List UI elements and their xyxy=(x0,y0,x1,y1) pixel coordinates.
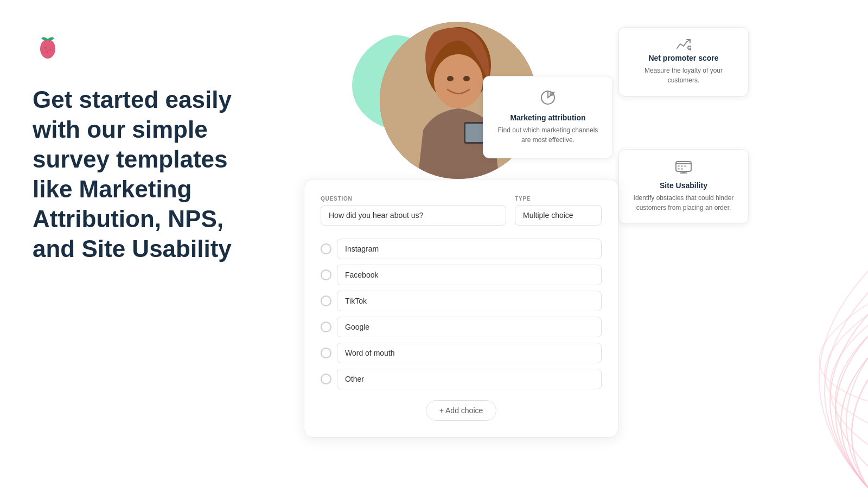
radio-tiktok[interactable] xyxy=(321,296,331,306)
choice-instagram[interactable] xyxy=(337,239,602,259)
svg-rect-20 xyxy=(684,165,686,167)
svg-point-12 xyxy=(688,46,691,49)
svg-rect-18 xyxy=(678,165,680,167)
choice-row xyxy=(321,265,602,285)
radio-instagram[interactable] xyxy=(321,243,331,254)
question-input[interactable] xyxy=(321,205,506,226)
usability-card: Site Usability Identify obstacles that c… xyxy=(618,149,749,224)
type-column: TYPE xyxy=(515,196,602,226)
radio-word-of-mouth[interactable] xyxy=(321,348,331,358)
svg-point-15 xyxy=(551,93,552,94)
svg-point-1 xyxy=(44,47,47,49)
choice-facebook[interactable] xyxy=(337,265,602,285)
svg-point-3 xyxy=(46,51,48,53)
type-label: TYPE xyxy=(515,196,602,202)
add-choice-container: + Add choice xyxy=(321,400,602,421)
svg-point-8 xyxy=(463,76,470,81)
marketing-card-title: Marketing attribution xyxy=(496,113,599,122)
question-column: QUESTION xyxy=(321,196,506,226)
nps-card-title: Net promoter score xyxy=(630,54,737,62)
question-label: QUESTION xyxy=(321,196,506,202)
marketing-card-icon xyxy=(496,89,599,108)
logo xyxy=(33,33,65,65)
type-input[interactable] xyxy=(515,205,602,226)
marketing-card-description: Find out which marketing channels are mo… xyxy=(496,125,599,145)
svg-point-6 xyxy=(434,54,483,108)
radio-facebook[interactable] xyxy=(321,269,331,280)
survey-choices xyxy=(321,239,602,389)
nps-card: Net promoter score Measure the loyalty o… xyxy=(618,27,749,97)
nps-card-description: Measure the loyalty of your customers. xyxy=(630,66,737,85)
choice-row xyxy=(321,317,602,337)
choice-word-of-mouth[interactable] xyxy=(337,343,602,363)
survey-panel: QUESTION TYPE xyxy=(304,179,618,438)
choice-row xyxy=(321,291,602,311)
svg-point-0 xyxy=(40,39,55,59)
radio-google[interactable] xyxy=(321,322,331,332)
svg-point-2 xyxy=(49,49,51,51)
choice-google[interactable] xyxy=(337,317,602,337)
choice-tiktok[interactable] xyxy=(337,291,602,311)
radio-other[interactable] xyxy=(321,374,331,384)
svg-rect-19 xyxy=(681,165,683,167)
usability-card-description: Identify obstacles that could hinder cus… xyxy=(630,193,737,213)
choice-other[interactable] xyxy=(337,369,602,389)
survey-header: QUESTION TYPE xyxy=(321,196,602,226)
usability-card-title: Site Usability xyxy=(630,181,737,190)
usability-card-icon xyxy=(630,160,737,176)
marketing-card: Marketing attribution Find out which mar… xyxy=(483,76,613,158)
choice-row xyxy=(321,369,602,389)
svg-rect-21 xyxy=(678,168,680,170)
svg-rect-22 xyxy=(681,168,683,170)
nps-card-icon xyxy=(630,38,737,54)
svg-point-7 xyxy=(447,76,454,81)
add-choice-button[interactable]: + Add choice xyxy=(426,400,497,421)
left-panel: Get started easily with our simple surve… xyxy=(33,33,260,264)
choice-row xyxy=(321,343,602,363)
choice-row xyxy=(321,239,602,259)
main-content: Net promoter score Measure the loyalty o… xyxy=(271,0,868,488)
tagline: Get started easily with our simple surve… xyxy=(33,85,260,264)
